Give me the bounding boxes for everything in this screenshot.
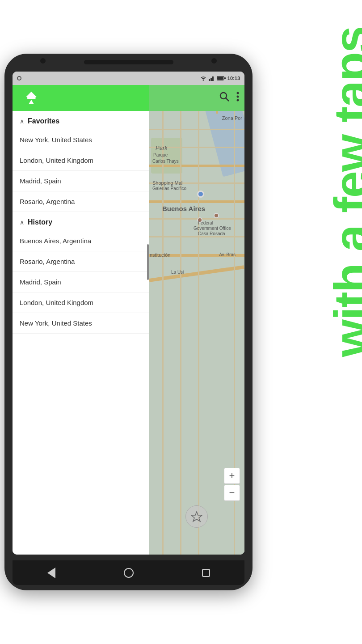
history-chevron-icon: ∧ [20,219,24,226]
logo-icon [23,90,39,106]
svg-rect-9 [27,97,36,99]
drawer: ∧ Favorites New York, United States Lond… [13,111,149,555]
svg-rect-2 [210,78,212,81]
search-icon[interactable] [219,92,229,104]
zoom-out-button[interactable]: − [224,485,240,501]
status-circle-icon [17,76,21,80]
svg-marker-8 [26,92,37,97]
list-item[interactable]: Rosario, Argentina [13,191,149,212]
map-area: Zona Por Park Parque Carlos Thays Shoppi… [149,111,244,555]
svg-point-15 [237,99,239,102]
signal-icon [209,76,215,81]
phone-frame: 10:13 [4,54,253,590]
scroll-indicator [147,244,149,280]
svg-rect-7 [224,77,226,79]
list-item[interactable]: New York, United States [13,130,149,150]
svg-rect-3 [212,76,214,81]
status-left [17,76,21,80]
header-right [149,85,244,111]
svg-rect-6 [217,77,223,80]
marketing-text: with a few taps [327,27,362,357]
back-button[interactable] [45,566,58,580]
favorites-section-header[interactable]: ∧ Favorites [13,111,149,130]
map-background: Zona Por Park Parque Carlos Thays Shoppi… [149,111,244,555]
recents-button[interactable] [199,566,213,580]
list-item[interactable]: Madrid, Spain [13,171,149,191]
phone-camera-right [211,58,217,64]
svg-marker-16 [191,512,202,521]
history-label: History [28,218,52,226]
list-item[interactable]: London, United Kingdom [13,292,149,313]
app-logo [21,88,41,108]
status-right: 10:13 [200,76,240,81]
list-item[interactable]: Madrid, Spain [13,272,149,292]
favorites-chevron-icon: ∧ [20,118,24,125]
svg-point-11 [220,93,227,99]
home-button[interactable] [122,566,135,580]
svg-point-13 [237,92,239,94]
history-section-header[interactable]: ∧ History [13,212,149,231]
list-item[interactable]: London, United Kingdom [13,150,149,171]
svg-point-14 [237,96,239,98]
battery-icon [217,76,226,81]
phone-camera-left [40,58,46,64]
app-header [13,85,244,111]
map-controls: + − [224,468,240,501]
list-item[interactable]: Rosario, Argentina [13,251,149,272]
phone-screen: 10:13 [13,72,244,555]
overflow-menu-icon[interactable] [236,92,239,104]
clock-display: 10:13 [227,76,240,81]
list-item[interactable]: New York, United States [13,313,149,334]
svg-rect-1 [209,79,210,81]
phone-bottom-nav [13,560,244,585]
svg-line-12 [226,98,229,101]
wifi-icon [200,76,207,81]
svg-rect-4 [214,76,215,81]
map-star-button[interactable] [185,505,208,528]
list-item[interactable]: Buenos Aires, Argentina [13,231,149,251]
status-bar: 10:13 [13,72,244,85]
svg-point-0 [202,80,204,81]
header-left [13,88,149,108]
svg-marker-10 [29,100,34,104]
favorites-label: Favorites [28,117,59,125]
phone-top-bar [84,60,173,64]
zoom-in-button[interactable]: + [224,468,240,484]
